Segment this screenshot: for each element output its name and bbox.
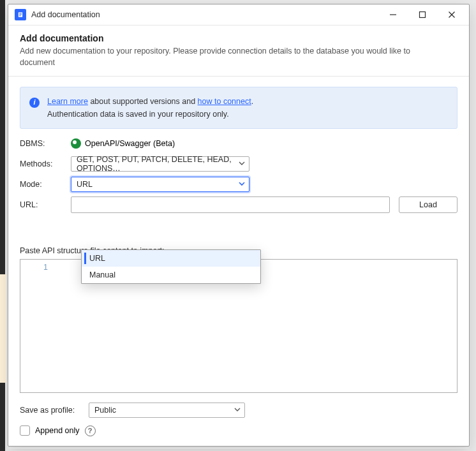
info-banner: i Learn more about supported versions an… — [20, 87, 457, 129]
methods-select[interactable]: GET, POST, PUT, PATCH, DELETE, HEAD, OPT… — [71, 156, 249, 172]
methods-value: GET, POST, PUT, PATCH, DELETE, HEAD, OPT… — [77, 155, 235, 173]
banner-line2: Authentication data is saved in your rep… — [47, 108, 448, 121]
chevron-down-icon — [234, 406, 241, 415]
load-button[interactable]: Load — [399, 196, 457, 213]
info-icon: i — [29, 98, 40, 108]
url-label: URL: — [20, 200, 71, 209]
svg-rect-2 — [19, 14, 22, 15]
dialog-footer: < Back Connect Cancel — [8, 448, 469, 451]
svg-rect-1 — [19, 13, 22, 14]
window-title: Add documentation — [31, 10, 100, 19]
mode-select[interactable]: URL — [71, 177, 249, 192]
url-input[interactable] — [71, 196, 390, 213]
dbms-label: DBMS: — [20, 139, 71, 148]
svg-rect-5 — [420, 12, 426, 18]
mode-value: URL — [77, 180, 93, 189]
dbms-value: OpenAPI/Swagger (Beta) — [85, 139, 175, 148]
mode-dropdown: URLManual — [81, 249, 261, 284]
profile-value: Public — [94, 406, 116, 415]
mode-label: Mode: — [20, 180, 71, 189]
svg-rect-3 — [19, 15, 21, 16]
chevron-down-icon — [239, 159, 245, 168]
how-to-connect-link[interactable]: how to connect — [198, 97, 251, 106]
chevron-down-icon — [239, 180, 245, 189]
profile-select[interactable]: Public — [89, 403, 245, 418]
close-button[interactable] — [437, 4, 466, 25]
swagger-icon — [71, 138, 81, 149]
learn-more-link[interactable]: Learn more — [47, 97, 88, 106]
mode-option-manual[interactable]: Manual — [82, 267, 260, 283]
app-icon — [15, 9, 26, 20]
title-bar: Add documentation — [8, 4, 469, 26]
editor-gutter: 1 — [20, 260, 54, 392]
dialog-header: Add documentation Add new documentation … — [8, 26, 469, 77]
append-only-label: Append only — [35, 426, 80, 435]
mode-option-url[interactable]: URL — [82, 250, 260, 267]
help-icon[interactable]: ? — [85, 425, 96, 436]
append-only-checkbox[interactable] — [20, 425, 30, 436]
dialog-window: Add documentation Add documentation Add … — [8, 4, 470, 447]
page-subtitle: Add new documentation to your repository… — [20, 46, 428, 68]
save-as-profile-label: Save as profile: — [20, 406, 89, 415]
maximize-button[interactable] — [408, 4, 437, 25]
page-title: Add documentation — [20, 33, 457, 43]
minimize-button[interactable] — [378, 4, 408, 25]
methods-label: Methods: — [20, 159, 71, 168]
